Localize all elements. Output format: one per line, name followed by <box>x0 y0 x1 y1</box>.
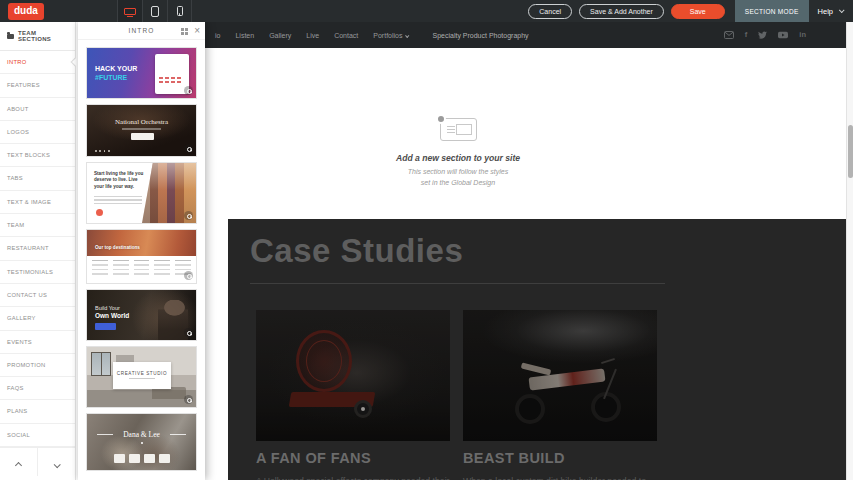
magnifier-icon[interactable] <box>184 144 193 153</box>
sidebar-header: TEAM SECTIONS <box>0 22 75 51</box>
nav-item-gallery[interactable]: Gallery <box>269 32 291 39</box>
sidebar-item-team[interactable]: TEAM <box>0 214 75 237</box>
site-brand-title[interactable]: Specialty Product Photography <box>432 32 528 39</box>
sidebar-item-contact-us[interactable]: CONTACT US <box>0 284 75 307</box>
thumb-center-card: CREATIVE STUDIO <box>113 362 171 389</box>
site-page-body: Add a new section to your site This sect… <box>205 48 846 480</box>
placeholder-title: Add a new section to your site <box>325 153 591 163</box>
sidebar-item-events[interactable]: EVENTS <box>0 331 75 354</box>
thumb-title: National Orchestra <box>87 118 196 126</box>
grid-view-icon[interactable] <box>181 28 188 35</box>
scrollbar-thumb[interactable] <box>848 125 853 178</box>
sidebar-item-intro[interactable]: INTRO <box>0 51 75 74</box>
sidebar-header-label: TEAM SECTIONS <box>18 30 68 42</box>
template-thumbnail-creative-studio[interactable]: CREATIVE STUDIO <box>86 346 197 408</box>
placeholder-badge-icon <box>436 114 446 124</box>
help-chevron-down-icon[interactable] <box>839 7 845 13</box>
thumb-subtitle-line <box>129 378 155 379</box>
nav-item-contact[interactable]: Contact <box>334 32 358 39</box>
case-study-text: A Hollywood special effects company need… <box>256 475 450 480</box>
fan-base-shape <box>289 392 376 407</box>
youtube-icon[interactable] <box>778 31 788 39</box>
device-desktop-button[interactable] <box>117 0 142 22</box>
sidebar-item-testimonials[interactable]: TESTIMONIALS <box>0 261 75 284</box>
scroll-up-button[interactable] <box>0 448 38 476</box>
email-icon[interactable] <box>724 31 734 39</box>
magnifier-icon[interactable] <box>184 211 193 220</box>
sidebar-item-text-image[interactable]: TEXT & IMAGE <box>0 191 75 214</box>
social-icons: f in <box>724 31 806 39</box>
folder-icon <box>7 34 14 39</box>
nav-item-listen[interactable]: Listen <box>235 32 254 39</box>
placeholder-text-lines <box>447 126 455 135</box>
topbar-actions: Cancel Save & Add Another Save SECTION M… <box>528 0 853 22</box>
nav-item-portfolios[interactable]: Portfolios <box>373 32 408 39</box>
template-thumbnail-national-orchestra[interactable]: National Orchestra <box>86 104 197 157</box>
close-icon[interactable]: × <box>194 24 200 38</box>
bike-handlebar-shape <box>601 358 615 364</box>
placeholder-subtitle-line2: set in the Global Design <box>421 179 495 186</box>
sidebar-item-social[interactable]: SOCIAL <box>0 424 75 447</box>
sidebar-item-about[interactable]: ABOUT <box>0 98 75 121</box>
magnifier-icon[interactable] <box>184 86 193 95</box>
nav-item-partial[interactable]: io <box>215 32 220 39</box>
template-thumbnail-top-destinations[interactable]: Our top destinations <box>86 229 197 284</box>
chevron-down-icon <box>54 461 61 468</box>
case-study-text: When a local custom dirt bike builder ne… <box>463 475 657 480</box>
fan-wheel-shape <box>354 400 372 418</box>
device-mobile-button[interactable] <box>167 0 192 22</box>
device-tablet-button[interactable] <box>142 0 167 22</box>
scroll-down-button[interactable] <box>38 448 75 476</box>
twitter-icon[interactable] <box>758 31 767 39</box>
template-thumbnail-live-your-life[interactable]: Start living the life you deserve to liv… <box>86 162 197 224</box>
facebook-icon[interactable]: f <box>745 31 748 39</box>
thumb-title: Our top destinations <box>95 245 140 250</box>
bike-fork-shape <box>603 369 617 399</box>
nav-item-live[interactable]: Live <box>306 32 319 39</box>
sidebar-item-faqs[interactable]: FAQS <box>0 377 75 400</box>
thumb-subtitle-line <box>122 128 161 130</box>
help-menu[interactable]: Help <box>818 7 833 16</box>
sidebar-item-gallery[interactable]: GALLERY <box>0 307 75 330</box>
sidebar-item-text-blocks[interactable]: TEXT BLOCKS <box>0 144 75 167</box>
chevron-down-icon <box>406 33 410 37</box>
template-thumbnail-build-your-own-world[interactable]: Build Your Own World <box>86 289 197 341</box>
bike-rear-wheel-shape <box>515 394 545 424</box>
placeholder-subtitle: This section will follow the styles set … <box>325 167 591 188</box>
template-thumbnail-dana-and-lee[interactable]: Dana & Lee <box>86 413 197 471</box>
magnifier-icon[interactable] <box>184 328 193 337</box>
template-thumbnail-hack-your-future[interactable]: HACK YOUR #FUTURE <box>86 47 197 99</box>
sidebar-item-restaurant[interactable]: RESTAURANT <box>0 237 75 260</box>
heading-divider <box>250 283 665 284</box>
thumb-title: CREATIVE STUDIO <box>113 371 171 376</box>
thumb-headline-accent: #FUTURE <box>95 74 127 81</box>
section-mode-badge: SECTION MODE <box>735 0 809 22</box>
magnifier-icon[interactable] <box>184 395 193 404</box>
case-study-title: BEAST BUILD <box>463 450 657 466</box>
site-navbar: io Listen Gallery Live Contact Portfolio… <box>205 22 846 48</box>
thumb-dot <box>141 442 143 444</box>
desktop-icon <box>124 8 136 15</box>
add-section-placeholder[interactable]: Add a new section to your site This sect… <box>325 118 591 188</box>
case-studies-row: A FAN OF FANS A Hollywood special effect… <box>250 310 846 480</box>
duda-logo[interactable]: duda <box>8 3 44 20</box>
sections-sidebar: TEAM SECTIONS INTRO FEATURES ABOUT LOGOS… <box>0 22 76 480</box>
thumb-table-lines <box>92 260 191 275</box>
sidebar-item-logos[interactable]: LOGOS <box>0 121 75 144</box>
sidebar-item-features[interactable]: FEATURES <box>0 74 75 97</box>
chevron-up-icon <box>15 462 22 469</box>
sidebar-item-promotion[interactable]: PROMOTION <box>0 354 75 377</box>
magnifier-icon[interactable] <box>184 271 193 280</box>
preview-scrollbar[interactable] <box>846 22 853 480</box>
save-button[interactable]: Save <box>671 4 725 19</box>
thumb-window-shape <box>91 352 111 376</box>
cancel-button[interactable]: Cancel <box>528 4 572 19</box>
tablet-icon <box>151 6 159 17</box>
bike-front-wheel-shape <box>591 392 621 422</box>
placeholder-image-box <box>456 124 472 135</box>
linkedin-icon[interactable]: in <box>799 31 806 39</box>
save-add-another-button[interactable]: Save & Add Another <box>579 4 664 19</box>
sidebar-item-tabs[interactable]: TABS <box>0 167 75 190</box>
fan-cage-shape <box>296 330 352 392</box>
sidebar-item-plans[interactable]: PLANS <box>0 400 75 423</box>
